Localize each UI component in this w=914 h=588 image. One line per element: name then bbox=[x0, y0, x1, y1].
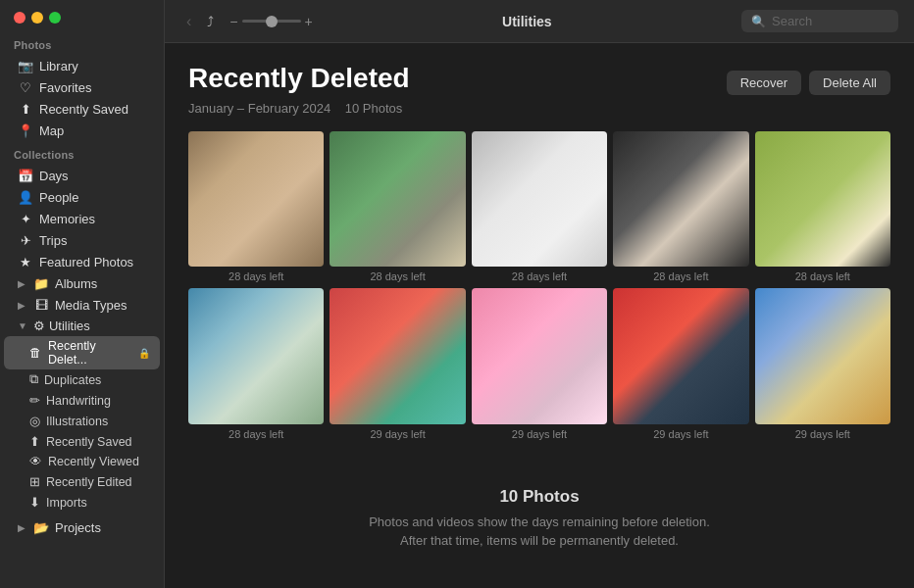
search-icon: 🔍 bbox=[751, 15, 766, 28]
utilities-icon: ⚙ bbox=[33, 318, 45, 333]
delete-all-button[interactable]: Delete All bbox=[809, 71, 890, 95]
sidebar-item-map[interactable]: 📍 Map bbox=[4, 120, 160, 141]
featured-photos-icon: ★ bbox=[18, 254, 33, 270]
duplicates-icon: ⧉ bbox=[29, 372, 38, 387]
photos-section-label: Photos bbox=[0, 31, 164, 55]
recover-button[interactable]: Recover bbox=[727, 71, 801, 95]
list-item[interactable]: 29 days left bbox=[613, 288, 748, 439]
days-label: 29 days left bbox=[472, 428, 607, 440]
main-content: ‹ ⤴ − + Utilities 🔍 Search Recently Dele… bbox=[165, 0, 914, 588]
list-item[interactable]: 28 days left bbox=[188, 288, 324, 439]
minimize-button[interactable] bbox=[31, 12, 43, 24]
sidebar-sub-item-label: Imports bbox=[46, 496, 87, 510]
photo-thumbnail bbox=[755, 131, 890, 267]
subtitle-date: January – February 2024 bbox=[188, 101, 330, 116]
sidebar-item-trips[interactable]: ✈ Trips bbox=[4, 229, 160, 251]
zoom-slider[interactable] bbox=[242, 20, 301, 23]
photo-thumbnail bbox=[188, 288, 324, 423]
lock-icon: 🔒 bbox=[138, 348, 150, 359]
sidebar-item-label: Projects bbox=[55, 520, 101, 535]
illustrations-icon: ◎ bbox=[29, 414, 40, 428]
sidebar-item-label: Media Types bbox=[55, 298, 127, 313]
map-icon: 📍 bbox=[18, 122, 33, 138]
days-label: 28 days left bbox=[613, 270, 748, 282]
toolbar-center: Utilities bbox=[323, 14, 732, 29]
sidebar: Photos 📷 Library ♡ Favorites ⬆ Recently … bbox=[0, 0, 165, 588]
zoom-plus-icon[interactable]: + bbox=[305, 14, 313, 29]
maximize-button[interactable] bbox=[49, 12, 61, 24]
footer-line1: Photos and videos show the days remainin… bbox=[369, 514, 710, 529]
chevron-down-icon: ▼ bbox=[18, 320, 27, 331]
zoom-thumb bbox=[266, 16, 278, 27]
sidebar-item-favorites[interactable]: ♡ Favorites bbox=[4, 76, 160, 98]
list-item[interactable]: 28 days left bbox=[472, 131, 607, 282]
photo-thumbnail bbox=[613, 131, 748, 267]
sidebar-item-recently-saved[interactable]: ⬆ Recently Saved bbox=[4, 98, 160, 120]
photo-thumbnail bbox=[330, 288, 465, 423]
sidebar-item-utilities[interactable]: ▼ ⚙ Utilities bbox=[4, 316, 160, 336]
footer-line2: After that time, items will be permanent… bbox=[400, 533, 679, 548]
forward-button[interactable]: ⤴ bbox=[201, 12, 220, 31]
sidebar-item-handwriting[interactable]: ✏ Handwriting bbox=[4, 390, 160, 411]
list-item[interactable]: 28 days left bbox=[755, 131, 890, 282]
photo-thumbnail bbox=[613, 288, 748, 423]
sidebar-item-recently-viewed[interactable]: 👁 Recently Viewed bbox=[4, 452, 160, 471]
days-label: 28 days left bbox=[330, 270, 465, 282]
sidebar-item-label: Library bbox=[39, 59, 78, 74]
sidebar-item-projects[interactable]: ▶ 📂 Projects bbox=[4, 516, 160, 538]
photo-thumbnail bbox=[755, 288, 890, 423]
collections-section-label: Collections bbox=[0, 141, 164, 165]
sidebar-item-label: Memories bbox=[39, 212, 95, 226]
sidebar-item-imports[interactable]: ⬇ Imports bbox=[4, 492, 160, 513]
list-item[interactable]: 29 days left bbox=[755, 288, 890, 439]
recently-saved-icon: ⬆ bbox=[18, 101, 33, 117]
content-area: Recently Deleted Recover Delete All Janu… bbox=[165, 43, 914, 588]
sidebar-item-label: Favorites bbox=[39, 80, 91, 95]
sidebar-item-illustrations[interactable]: ◎ Illustrations bbox=[4, 411, 160, 431]
imports-icon: ⬇ bbox=[29, 495, 40, 510]
sidebar-item-label: Featured Photos bbox=[39, 255, 133, 270]
sidebar-item-recently-edited[interactable]: ⊞ Recently Edited bbox=[4, 471, 160, 492]
back-button[interactable]: ‹ bbox=[180, 11, 197, 32]
sidebar-item-featured-photos[interactable]: ★ Featured Photos bbox=[4, 251, 160, 272]
people-icon: 👤 bbox=[18, 189, 33, 205]
days-label: 28 days left bbox=[188, 428, 324, 440]
sidebar-sub-item-label: Recently Saved bbox=[46, 435, 132, 449]
sidebar-item-duplicates[interactable]: ⧉ Duplicates bbox=[4, 369, 160, 390]
close-button[interactable] bbox=[14, 12, 25, 24]
sidebar-sub-item-label: Handwriting bbox=[46, 394, 111, 408]
photo-thumbnail bbox=[472, 131, 607, 267]
footer-count: 10 Photos bbox=[188, 487, 890, 507]
list-item[interactable]: 29 days left bbox=[472, 288, 607, 439]
list-item[interactable]: 28 days left bbox=[188, 131, 324, 282]
search-bar[interactable]: 🔍 Search bbox=[741, 10, 898, 32]
subtitle-count: 10 Photos bbox=[345, 101, 403, 116]
favorites-icon: ♡ bbox=[18, 79, 33, 95]
sidebar-item-media-types[interactable]: ▶ 🎞 Media Types bbox=[4, 294, 160, 316]
memories-icon: ✦ bbox=[18, 211, 33, 226]
sidebar-sub-item-label: Recently Edited bbox=[46, 475, 132, 489]
list-item[interactable]: 29 days left bbox=[330, 288, 465, 439]
chevron-right-icon: ▶ bbox=[18, 522, 25, 533]
sidebar-item-label: Map bbox=[39, 123, 64, 138]
header-actions: Recover Delete All bbox=[727, 71, 890, 95]
recently-edited-icon: ⊞ bbox=[29, 474, 40, 489]
search-placeholder: Search bbox=[772, 14, 812, 28]
days-label: 28 days left bbox=[472, 270, 607, 282]
sidebar-item-days[interactable]: 📅 Days bbox=[4, 165, 160, 186]
list-item[interactable]: 28 days left bbox=[330, 131, 465, 282]
sidebar-item-label: Albums bbox=[55, 276, 97, 291]
photo-grid: 28 days left 28 days left 28 days left 2… bbox=[188, 131, 890, 440]
zoom-control: − + bbox=[229, 14, 312, 29]
list-item[interactable]: 28 days left bbox=[613, 131, 748, 282]
sidebar-item-recently-saved-util[interactable]: ⬆ Recently Saved bbox=[4, 431, 160, 452]
days-label: 29 days left bbox=[330, 428, 465, 440]
sidebar-item-memories[interactable]: ✦ Memories bbox=[4, 208, 160, 229]
sidebar-item-library[interactable]: 📷 Library bbox=[4, 55, 160, 76]
zoom-minus-icon[interactable]: − bbox=[229, 14, 237, 29]
sidebar-item-people[interactable]: 👤 People bbox=[4, 186, 160, 208]
photo-thumbnail bbox=[330, 131, 465, 267]
sidebar-sub-item-label: Recently Viewed bbox=[48, 455, 139, 468]
sidebar-item-recently-deleted[interactable]: 🗑 Recently Delet... 🔒 bbox=[4, 336, 160, 369]
sidebar-item-albums[interactable]: ▶ 📁 Albums bbox=[4, 272, 160, 294]
